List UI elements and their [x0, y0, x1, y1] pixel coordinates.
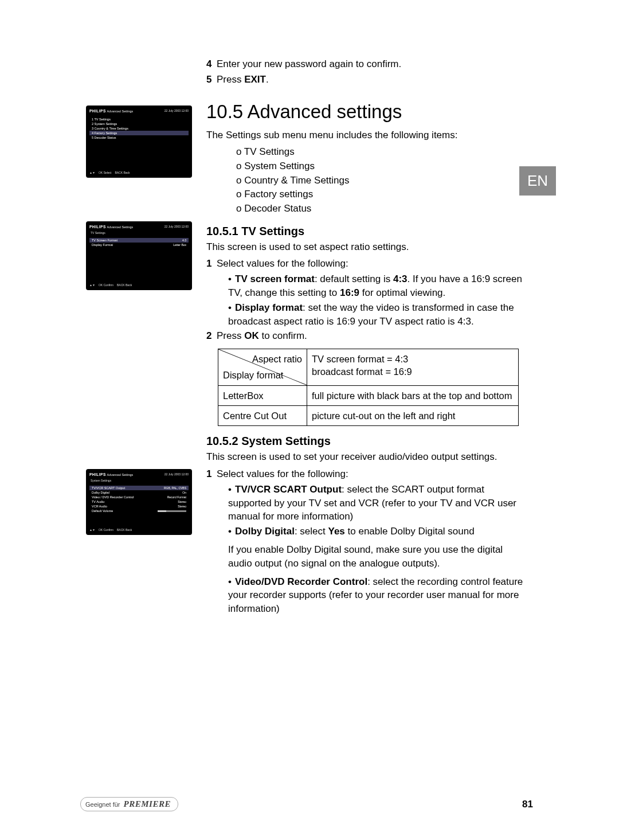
- ss-back-hint: BACK Back: [117, 283, 132, 287]
- ss-nav-hint: ▲▼: [89, 528, 95, 532]
- ss-setting-row: VCR AudioStereo: [89, 504, 189, 509]
- ss-time: 22 July 2003 12:00: [164, 472, 189, 476]
- step-5: 5Press EXIT.: [206, 73, 527, 87]
- ss-brand: PHILIPS: [89, 225, 106, 229]
- table-diagonal-header: Aspect ratio Display format: [218, 349, 307, 386]
- ss-ok-hint: OK Confirm: [99, 528, 113, 532]
- ss-subtitle: TV Settings: [89, 231, 189, 235]
- ss-time: 22 July 2003 12:00: [164, 225, 189, 229]
- ss-ok-hint: OK Select: [99, 171, 112, 174]
- bullet-recorder-control: •Video/DVD Recorder Control: select the …: [228, 575, 527, 616]
- footer-brand-badge: Geeignet für PREMIERE: [80, 797, 178, 811]
- menu-item: o Decoder Status: [236, 202, 527, 216]
- step-4: 4Enter your new password again to confir…: [206, 57, 527, 71]
- ss-nav-hint: ▲▼: [89, 171, 95, 174]
- section-heading: 10.5 Advanced settings: [206, 101, 527, 123]
- screenshot-system-settings: PHILIPS Advanced Settings 22 July 2003 1…: [86, 469, 192, 535]
- aspect-ratio-table: Aspect ratio Display format TV screen fo…: [218, 349, 519, 426]
- dolby-note: If you enable Dolby Digital sound, make …: [228, 543, 527, 571]
- subsection-intro: This screen is used to set aspect ratio …: [206, 240, 527, 254]
- table-cell: LetterBox: [218, 385, 307, 405]
- ss-title: Advanced Settings: [107, 225, 133, 229]
- ss-setting-row: Dolby DigitalOn: [89, 490, 189, 495]
- subsection-heading: 10.5.2 System Settings: [206, 435, 527, 448]
- ss-nav-hint: ▲▼: [89, 283, 95, 287]
- menu-item: o Factory settings: [236, 187, 527, 202]
- ss-brand: PHILIPS: [89, 472, 106, 476]
- ss-setting-row: Default Volume: [89, 509, 189, 513]
- bullet-scart-output: •TV/VCR SCART Output: select the SCART o…: [228, 483, 527, 523]
- ss-ok-hint: OK Confirm: [99, 283, 113, 287]
- ss-time: 22 July 2003 12:00: [164, 109, 189, 113]
- bullet-dolby-digital: •Dolby Digital: select Yes to enable Dol…: [228, 525, 527, 538]
- page-number: 81: [522, 799, 533, 810]
- subsection-heading: 10.5.1 TV Settings: [206, 225, 527, 238]
- table-cell: Centre Cut Out: [218, 405, 307, 425]
- step-1: 1Select values for the following:: [206, 467, 527, 481]
- ss-back-hint: BACK Back: [117, 528, 132, 532]
- ss-subtitle: System Settings: [89, 479, 189, 482]
- table-cell: full picture with black bars at the top …: [307, 385, 519, 405]
- menu-item: o System Settings: [236, 159, 527, 174]
- menu-item-list: o TV Settings o System Settings o Countr…: [236, 145, 527, 216]
- menu-item: o TV Settings: [236, 145, 527, 159]
- ss-row-selected: 4 Factory Settings: [89, 131, 189, 135]
- ss-setting-row-selected: TV/VCR SCART OutputRGB, PAL, CVBS: [89, 486, 189, 490]
- ss-row: 2 System Settings: [89, 122, 189, 126]
- ss-row: 3 Country & Time Settings: [89, 126, 189, 131]
- ss-setting-row-selected: TV Screen Format4:3: [89, 238, 189, 243]
- table-header-right: TV screen format = 4:3 broadcast format …: [307, 349, 519, 386]
- menu-item: o Country & Time Settings: [236, 174, 527, 188]
- ss-setting-row: TV AudioStereo: [89, 499, 189, 504]
- ss-row: 1 TV Settings: [89, 117, 189, 122]
- ss-title: Advanced Settings: [107, 473, 133, 476]
- table-cell: picture cut-out on the left and right: [307, 405, 519, 425]
- ss-setting-row: Video / DVD Recorder ControlRecord Forma…: [89, 495, 189, 499]
- ss-back-hint: BACK Back: [115, 171, 130, 174]
- step-1: 1Select values for the following:: [206, 257, 527, 271]
- step-2: 2Press OK to confirm.: [206, 329, 527, 343]
- ss-brand: PHILIPS: [89, 109, 106, 113]
- language-tab: EN: [519, 166, 556, 196]
- bullet-display-format: •Display format: set the way the video i…: [228, 301, 527, 329]
- ss-title: Advanced Settings: [107, 110, 133, 113]
- page-footer: Geeignet für PREMIERE 81: [80, 797, 533, 811]
- screenshot-tv-settings: PHILIPS Advanced Settings 22 July 2003 1…: [86, 221, 192, 290]
- ss-row: 5 Decoder Status: [89, 135, 189, 140]
- bullet-tv-screen-format: •TV screen format: default setting is 4:…: [228, 272, 527, 300]
- subsection-intro: This screen is used to set your receiver…: [206, 450, 527, 464]
- ss-setting-row: Display FormatLetter Box: [89, 243, 189, 247]
- intro-text: The Settings sub menu menu includes the …: [206, 128, 527, 142]
- screenshot-advanced-menu: PHILIPS Advanced Settings 22 July 2003 1…: [86, 106, 192, 178]
